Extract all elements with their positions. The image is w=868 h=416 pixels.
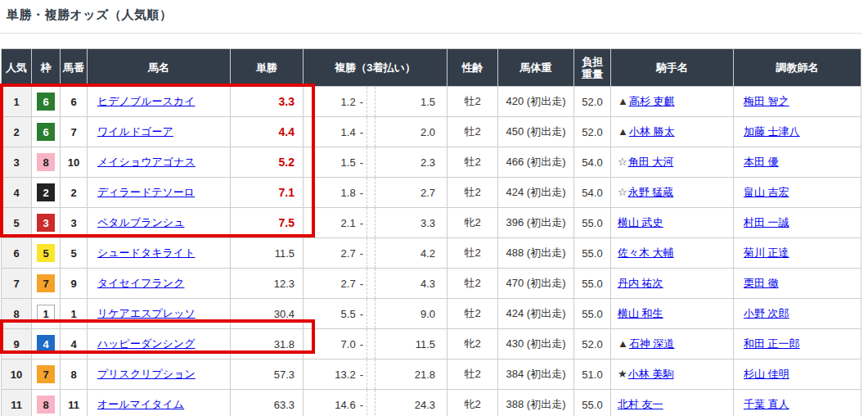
place-odds-separator: - bbox=[360, 308, 363, 320]
jockey-cell: 横山 和生 bbox=[611, 299, 734, 329]
horse-weight-cell: 424 (初出走) bbox=[498, 299, 574, 329]
trainer-cell: 和田 正一郎 bbox=[734, 329, 861, 359]
header-load: 負担 重量 bbox=[574, 49, 611, 87]
horse-number-cell: 8 bbox=[61, 359, 88, 390]
horse-name-link[interactable]: ハッピーダンシング bbox=[97, 337, 195, 350]
frame-number-badge: 6 bbox=[37, 123, 55, 141]
load-weight-cell: 55.0 bbox=[574, 269, 611, 299]
horse-weight-cell: 466 (初出走) bbox=[498, 147, 574, 178]
table-row: 10 7 8 プリスクリプション 57.3 13.2 - 21.8 牡2 384… bbox=[2, 359, 861, 390]
frame-number-badge: 7 bbox=[37, 274, 55, 292]
jockey-cell: ▲石神 深道 bbox=[611, 329, 734, 359]
win-odds-cell: 30.4 bbox=[231, 299, 304, 329]
header-jockey: 騎手名 bbox=[611, 49, 734, 87]
jockey-cell: ▲高杉 吏麒 bbox=[611, 87, 734, 117]
rank-cell: 5 bbox=[2, 208, 32, 238]
load-weight-cell: 52.0 bbox=[574, 87, 611, 117]
table-row: 7 7 9 タイセイフランク 12.3 2.7 - 4.3 牡2 470 (初出… bbox=[2, 269, 861, 299]
trainer-name-link[interactable]: 千葉 直人 bbox=[744, 398, 789, 410]
place-odds-high: 1.5 bbox=[376, 87, 447, 116]
jockey-name-link[interactable]: 小林 勝太 bbox=[629, 125, 675, 138]
win-odds-cell: 3.3 bbox=[231, 87, 304, 117]
trainer-name-link[interactable]: 小野 次郎 bbox=[744, 307, 789, 319]
apprentice-mark: ▲ bbox=[618, 95, 628, 107]
frame-number-badge: 3 bbox=[37, 214, 55, 232]
jockey-name-link[interactable]: 高杉 吏麒 bbox=[629, 95, 675, 107]
trainer-name-link[interactable]: 栗田 徹 bbox=[744, 277, 779, 289]
trainer-cell: 梅田 智之 bbox=[734, 87, 861, 117]
jockey-name-link[interactable]: 横山 和生 bbox=[618, 307, 663, 319]
header-trainer: 調教師名 bbox=[734, 49, 861, 87]
rank-cell: 1 bbox=[2, 87, 32, 117]
odds-table-body: 1 6 6 ヒデノブルースカイ 3.3 1.2 - 1.5 牡2 420 (初出… bbox=[2, 87, 861, 416]
frame-cell: 5 bbox=[32, 238, 61, 269]
place-odds-separator: - bbox=[360, 96, 363, 108]
place-odds-high: 4.2 bbox=[376, 238, 447, 268]
frame-number-badge: 5 bbox=[37, 244, 55, 262]
trainer-name-link[interactable]: 加藤 士津八 bbox=[744, 125, 800, 138]
place-odds-high: 24.3 bbox=[376, 390, 447, 416]
horse-name-link[interactable]: ヒデノブルースカイ bbox=[97, 95, 195, 107]
rank-cell: 11 bbox=[2, 390, 32, 416]
horse-name-link[interactable]: オールマイタイム bbox=[97, 398, 184, 410]
place-odds-separator: - bbox=[360, 187, 363, 199]
jockey-name-link[interactable]: 北村 友一 bbox=[618, 398, 663, 410]
apprentice-mark: ★ bbox=[618, 368, 627, 380]
place-odds-separator: - bbox=[360, 156, 363, 169]
sex-age-cell: 牡2 bbox=[447, 117, 498, 147]
frame-number-badge: 2 bbox=[37, 183, 55, 201]
win-odds-cell: 12.3 bbox=[231, 269, 304, 299]
place-odds-high: 4.3 bbox=[376, 269, 447, 298]
jockey-name-link[interactable]: 丹内 祐次 bbox=[618, 277, 663, 289]
trainer-cell: 加藤 士津八 bbox=[734, 117, 861, 147]
frame-number-badge: 1 bbox=[37, 305, 55, 323]
trainer-name-link[interactable]: 村田 一誠 bbox=[744, 216, 789, 228]
table-row: 6 5 5 シュードタキライト 11.5 2.7 - 4.2 牡2 488 (初… bbox=[2, 238, 861, 269]
place-odds-low: 2.7 - bbox=[304, 269, 367, 298]
trainer-name-link[interactable]: 菊川 正達 bbox=[744, 246, 789, 259]
place-odds-high: 11.5 bbox=[376, 329, 447, 359]
win-odds-cell: 57.3 bbox=[231, 359, 304, 390]
trainer-name-link[interactable]: 杉山 佳明 bbox=[744, 368, 789, 380]
win-odds-cell: 7.5 bbox=[231, 208, 304, 238]
horse-name-cell: ワイルドゴーア bbox=[88, 117, 231, 147]
jockey-name-link[interactable]: 石神 深道 bbox=[629, 337, 675, 350]
jockey-name-link[interactable]: 角田 大河 bbox=[628, 156, 674, 168]
page-title: 単勝・複勝オッズ（人気順） bbox=[0, 0, 868, 23]
trainer-cell: 小野 次郎 bbox=[734, 299, 861, 329]
horse-name-cell: タイセイフランク bbox=[88, 269, 231, 299]
horse-name-link[interactable]: プリスクリプション bbox=[97, 368, 196, 380]
place-odds-high: 2.3 bbox=[376, 147, 447, 177]
horse-name-link[interactable]: メイショウアゴナス bbox=[97, 156, 196, 168]
horse-name-link[interactable]: タイセイフランク bbox=[97, 277, 184, 289]
win-odds-cell: 4.4 bbox=[231, 117, 304, 147]
place-odds-high: 9.0 bbox=[376, 299, 447, 328]
trainer-name-link[interactable]: 本田 優 bbox=[744, 156, 779, 168]
rank-cell: 10 bbox=[2, 359, 32, 390]
jockey-name-link[interactable]: 横山 武史 bbox=[618, 216, 663, 228]
load-weight-cell: 54.0 bbox=[574, 147, 611, 178]
sex-age-cell: 牝2 bbox=[447, 208, 498, 238]
horse-name-cell: メイショウアゴナス bbox=[88, 147, 231, 178]
place-odds-high: 21.8 bbox=[376, 359, 447, 389]
jockey-name-link[interactable]: 小林 美駒 bbox=[628, 368, 674, 380]
horse-name-link[interactable]: ペタルブランシュ bbox=[97, 216, 184, 228]
jockey-name-link[interactable]: 永野 猛蔵 bbox=[628, 186, 674, 198]
load-weight-cell: 52.0 bbox=[574, 117, 611, 147]
place-odds-separator: - bbox=[360, 369, 363, 381]
place-odds-cell: 2.1 - 3.3 bbox=[304, 208, 447, 238]
horse-name-link[interactable]: リケアエスプレッソ bbox=[97, 307, 196, 319]
frame-cell: 8 bbox=[32, 390, 61, 416]
jockey-name-link[interactable]: 佐々木 大輔 bbox=[618, 246, 674, 259]
horse-name-link[interactable]: ディラードテソーロ bbox=[97, 186, 195, 198]
trainer-name-link[interactable]: 畠山 吉宏 bbox=[744, 186, 789, 198]
jockey-cell: 佐々木 大輔 bbox=[611, 238, 734, 269]
place-odds-cell: 13.2 - 21.8 bbox=[304, 359, 447, 390]
horse-name-link[interactable]: ワイルドゴーア bbox=[97, 125, 173, 138]
trainer-name-link[interactable]: 梅田 智之 bbox=[744, 95, 789, 107]
header-win: 単勝 bbox=[231, 49, 304, 87]
trainer-name-link[interactable]: 和田 正一郎 bbox=[744, 337, 800, 350]
load-weight-cell: 55.0 bbox=[574, 238, 611, 269]
horse-name-link[interactable]: シュードタキライト bbox=[97, 246, 195, 259]
place-odds-low: 2.7 - bbox=[304, 238, 367, 268]
